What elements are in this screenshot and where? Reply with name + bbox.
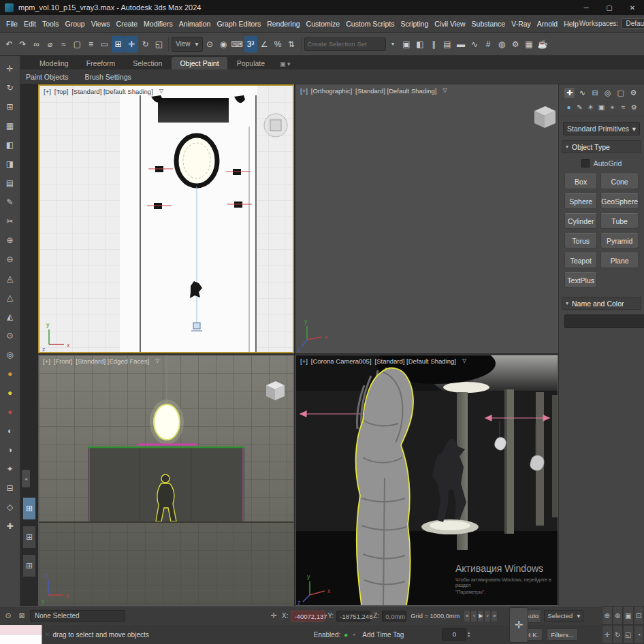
viewport-plus-menu[interactable]: [+] — [44, 88, 51, 95]
viewport-camera[interactable]: x y z [+] [Corona Camera005] [Standard] … — [295, 355, 558, 606]
per-view-menu-icon[interactable]: ▽ — [155, 357, 159, 365]
menu-item[interactable]: V-Ray — [511, 18, 532, 29]
ribbon-config-icon[interactable]: ▣ ▾ — [280, 61, 291, 69]
zoom-extents-icon[interactable]: ▣ — [623, 606, 634, 625]
menu-item[interactable]: Custom Scripts — [345, 18, 395, 29]
cameras-category-icon[interactable]: ▣ — [597, 103, 606, 112]
minimize-button[interactable]: ─ — [575, 0, 598, 15]
zoom-all-icon[interactable]: ⊛ — [613, 606, 624, 625]
set-keys-button[interactable]: ✛ — [509, 607, 528, 643]
menu-item[interactable]: Edit — [23, 18, 37, 29]
field-of-view-icon[interactable]: ◔ — [634, 625, 644, 644]
viewport-pov-menu[interactable]: [Top] — [54, 88, 69, 95]
frame-number-field[interactable]: 0 — [442, 628, 466, 641]
select-and-link-icon[interactable]: ∞ — [30, 36, 43, 52]
menu-item[interactable]: Views — [91, 18, 111, 29]
window-crossing-icon[interactable]: ⊞ — [112, 36, 125, 52]
viewport-orthographic[interactable]: y x z [+] [Orthographic] [Standard] [Def… — [295, 84, 558, 353]
percent-snap-icon[interactable]: % — [272, 36, 285, 52]
viewport-top[interactable]: y x z [+] [Top] [Standard] [Default Shad… — [38, 84, 294, 353]
enabled-status-icon[interactable]: ● — [344, 631, 348, 639]
plus-icon[interactable]: ✚ — [3, 519, 18, 534]
viewport-pov-menu[interactable]: [Front] — [54, 357, 72, 365]
name-and-color-rollout[interactable]: ▾ Name and Color — [562, 297, 641, 310]
curve-editor-icon[interactable]: ∿ — [468, 36, 481, 52]
red-dot-icon[interactable]: ● — [3, 404, 18, 419]
primitive-button[interactable]: Pyramid — [600, 233, 639, 248]
diamond-icon[interactable]: ◇ — [3, 500, 18, 515]
close-button[interactable]: ✕ — [621, 0, 644, 15]
viewport-shading-menu[interactable]: [Standard] [Default Shading] — [71, 88, 152, 95]
ribbon-panel-paint-objects[interactable]: Paint Objects — [26, 73, 68, 81]
circle-dot-icon[interactable]: ⊙ — [3, 328, 18, 343]
render-production-icon[interactable]: ☕ — [536, 36, 549, 52]
go-to-start-icon[interactable]: « — [464, 610, 470, 622]
viewport-layout-tab-1[interactable]: ⊞ — [22, 497, 36, 520]
helpers-category-icon[interactable]: ⌖ — [608, 103, 617, 112]
snap-toggle-icon[interactable]: 3³ — [244, 36, 257, 52]
z-coordinate-field[interactable]: 0,0mm — [382, 611, 406, 622]
create-tab-icon[interactable]: ✚ — [564, 88, 575, 98]
zoom-extents-all-icon[interactable]: ⊡ — [634, 606, 644, 625]
select-and-manipulate-icon[interactable]: ◉ — [217, 36, 230, 52]
menu-item[interactable]: Substance — [471, 18, 506, 29]
viewport-plus-menu[interactable]: [+] — [43, 357, 50, 365]
primitive-button[interactable]: Teapot — [564, 253, 597, 268]
scissors-icon[interactable]: ✂ — [3, 214, 18, 229]
primitive-button[interactable]: Cone — [600, 174, 639, 189]
maximize-button[interactable]: ▢ — [598, 0, 621, 15]
hierarchy-tab-icon[interactable]: ⊟ — [590, 88, 600, 98]
viewport-shading-menu[interactable]: [Standard] [Edged Faces] — [76, 357, 149, 365]
spinner-snap-icon[interactable]: ⇅ — [285, 36, 298, 52]
undo-icon[interactable]: ↶ — [3, 36, 16, 52]
reference-coordinate-dropdown[interactable]: View ▾ — [172, 37, 203, 52]
tab-freeform[interactable]: Freeform — [78, 57, 124, 69]
autogrid-checkbox[interactable] — [581, 159, 590, 167]
object-type-rollout[interactable]: ▾ Object Type — [562, 140, 641, 153]
primitive-button[interactable]: Plane — [600, 253, 639, 268]
triangle-dot-icon[interactable]: ◬ — [3, 271, 18, 286]
primitive-button[interactable]: Tube — [600, 213, 639, 229]
primitive-button[interactable]: Sphere — [564, 193, 597, 209]
viewport-front[interactable]: z x y [+] [Front] [Standard] [Edged Face… — [38, 355, 294, 606]
pencil-icon[interactable]: ✎ — [3, 195, 18, 210]
move-cross-icon[interactable]: ✛ — [3, 61, 18, 76]
menu-item[interactable]: Rendering — [266, 18, 300, 29]
x-coordinate-field[interactable]: -40072,137 — [291, 611, 325, 622]
modify-tab-icon[interactable]: ∿ — [577, 88, 587, 98]
viewport-pov-menu[interactable]: [Corona Camera005] — [311, 357, 372, 365]
geometry-category-icon[interactable]: ● — [564, 103, 573, 112]
primitive-button[interactable]: Cylinder — [564, 213, 597, 229]
shapes-category-icon[interactable]: ✎ — [575, 103, 584, 112]
next-frame-icon[interactable]: › — [484, 610, 491, 622]
square-minus-icon[interactable]: ⊟ — [3, 481, 18, 496]
spinner-down-icon[interactable]: ▼ — [467, 634, 470, 638]
primitive-button[interactable]: Box — [564, 174, 597, 189]
mirror-icon[interactable]: ◧ — [414, 36, 427, 52]
menu-item[interactable]: Customize — [306, 18, 341, 29]
triangle-half-icon[interactable]: ◭ — [3, 309, 18, 324]
systems-category-icon[interactable]: ⚙ — [630, 103, 639, 112]
primitive-button[interactable]: Torus — [564, 233, 597, 248]
select-object-icon[interactable]: ▢ — [71, 36, 84, 52]
angle-snap-icon[interactable]: ∠ — [258, 36, 271, 52]
viewport-shading-menu[interactable]: [Standard] [Default Shading] — [355, 87, 436, 95]
utilities-tab-icon[interactable]: ⚙ — [628, 88, 639, 98]
half-square-right-icon[interactable]: ◨ — [3, 157, 18, 172]
circle-minus-icon[interactable]: ⊖ — [3, 252, 18, 267]
keyboard-override-icon[interactable]: ⌨ — [231, 36, 244, 52]
rotate-arrow-icon[interactable]: ↻ — [3, 80, 18, 95]
bullseye-icon[interactable]: ◎ — [3, 347, 18, 362]
rows-icon[interactable]: ▤ — [3, 176, 18, 191]
ribbon-panel-brush-settings[interactable]: Brush Settings — [84, 73, 131, 81]
listener-close-icon[interactable]: ✕ — [45, 631, 50, 638]
material-editor-icon[interactable]: ◍ — [496, 36, 509, 52]
primitive-button[interactable]: GeoSphere — [600, 193, 639, 209]
per-view-menu-icon[interactable]: ▽ — [159, 88, 163, 95]
yellow-dot-icon[interactable]: ● — [3, 385, 18, 400]
create-selection-set-input[interactable] — [304, 37, 386, 51]
primitive-button[interactable]: TextPlus — [564, 272, 597, 288]
edit-named-selections-icon[interactable]: ▣ — [400, 36, 413, 52]
isolate-selection-icon[interactable]: ⊙ — [3, 611, 14, 620]
half-moon-left-icon[interactable]: ◐ — [3, 423, 18, 438]
